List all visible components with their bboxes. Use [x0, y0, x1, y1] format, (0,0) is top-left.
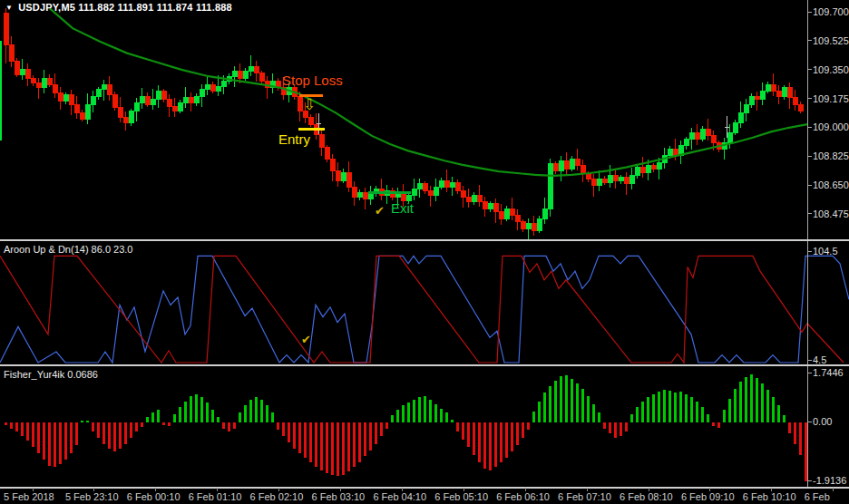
price-axis-label: 108.650	[813, 179, 849, 190]
aroon-indicator-label: Aroon Up & Dn(14) 86.0 23.0	[4, 244, 132, 255]
time-axis-label: 6 Feb 04:10	[373, 491, 426, 502]
time-axis-label: 5 Feb 23:10	[65, 491, 119, 502]
fisher-histogram	[5, 374, 807, 480]
symbol-ohlc-text: USDJPY,M5 111.882 111.891 111.874 111.88…	[18, 2, 232, 13]
time-axis-label: 6 Feb 00:10	[127, 491, 181, 502]
time-axis-label: 6 Feb 05:10	[434, 491, 488, 502]
price-axis-label: 109.525	[813, 35, 849, 46]
time-axis-label: 6 Feb 02:10	[250, 491, 304, 502]
time-axis-label: 6 Feb 10:10	[743, 491, 796, 502]
aroon-axis-label: 4.5	[813, 354, 826, 365]
fisher-axis-label: 1.7446	[813, 367, 844, 378]
price-axis-label: 109.350	[813, 64, 849, 75]
price-axis-label: 109.175	[813, 93, 849, 104]
symbol-dropdown-icon[interactable]: ▼	[5, 4, 13, 12]
exit-line	[368, 191, 411, 194]
aroon-up-line	[0, 256, 849, 363]
time-axis-label: 6 Feb 01:10	[189, 491, 242, 502]
time-axis-label: 6 Feb 08:10	[620, 491, 673, 502]
price-axis-label: 109.000	[813, 121, 849, 132]
entry-line	[298, 128, 325, 131]
symbol-title: ▼USDJPY,M5 111.882 111.891 111.874 111.8…	[5, 2, 232, 13]
time-axis-label: 6 Feb 03:10	[312, 491, 366, 502]
aroon-check-icon: ✔	[301, 333, 311, 346]
aroon-lines	[0, 256, 849, 363]
stop-loss-label: Stop Loss	[282, 73, 343, 88]
price-axis-label: 108.475	[813, 208, 849, 219]
fisher-axis-label: 0.00	[813, 416, 832, 427]
time-axis-label: 6 Feb 09:10	[681, 491, 735, 502]
time-axis-label: 5 Feb 2018	[4, 491, 54, 502]
exit-check-icon: ✔	[375, 204, 385, 218]
fisher-axis-label: -1.9136	[813, 475, 846, 486]
price-axis-label: 109.700	[813, 6, 849, 17]
entry-label: Entry	[278, 131, 310, 147]
mt4-chart-window: ▼USDJPY,M5 111.882 111.891 111.874 111.8…	[0, 0, 849, 504]
aroon-down-line	[0, 256, 844, 363]
aroon-axis-label: 104.5	[813, 246, 838, 257]
time-axis-label: 6 Feb 11:10	[805, 491, 849, 504]
price-axis-label: 108.825	[813, 150, 849, 161]
exit-label: Exit	[391, 200, 414, 216]
time-axis-label: 6 Feb 07:10	[558, 491, 611, 502]
fisher-indicator-label: Fisher_Yur4ik 0.0686	[4, 369, 98, 380]
down-arrow-icon: ⇩	[303, 97, 316, 112]
time-axis-label: 6 Feb 06:10	[496, 491, 550, 502]
